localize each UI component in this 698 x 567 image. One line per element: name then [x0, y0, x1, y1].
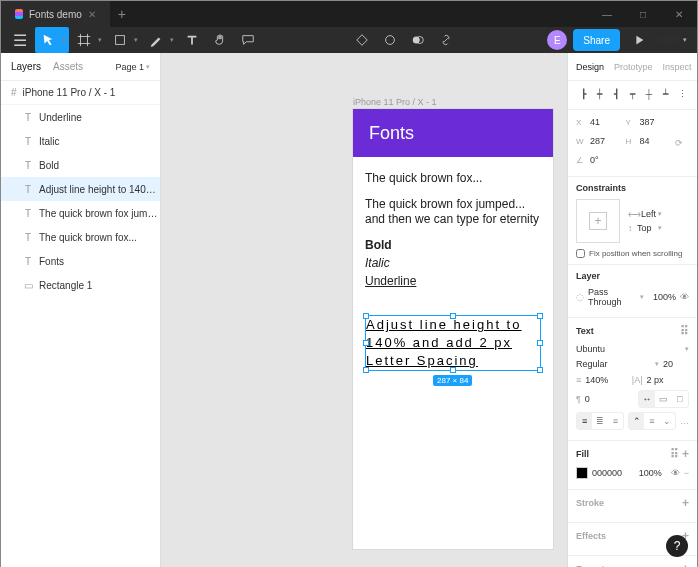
close-tab-icon[interactable]: ✕	[88, 9, 96, 20]
fill-hex-input[interactable]	[592, 467, 635, 479]
link-tool[interactable]	[433, 27, 459, 53]
text-align-right-icon[interactable]: ≡	[608, 413, 623, 429]
visibility-icon[interactable]: 👁	[680, 292, 689, 302]
page-selector[interactable]: Page 1	[115, 62, 150, 72]
handle-br[interactable]	[537, 367, 543, 373]
text-line1[interactable]: The quick brown fox...	[365, 171, 541, 187]
text-tool[interactable]	[179, 27, 205, 53]
window-maximize-button[interactable]: □	[625, 1, 661, 27]
text-valign-mid-icon[interactable]: ≡	[644, 413, 659, 429]
remove-fill-icon[interactable]: −	[684, 468, 689, 478]
layer-item[interactable]: TThe quick brown fox...	[1, 225, 160, 249]
selected-text-layer[interactable]: Adjust line height to 140% and add 2 px …	[366, 316, 540, 371]
font-weight-dropdown[interactable]: Regular	[576, 359, 659, 369]
present-button[interactable]	[626, 27, 652, 53]
handle-mr[interactable]	[537, 340, 543, 346]
constraint-widget[interactable]: +	[576, 199, 620, 243]
comment-tool[interactable]	[235, 27, 261, 53]
tab-layers[interactable]: Layers	[11, 61, 41, 72]
layer-item[interactable]: TFonts	[1, 249, 160, 273]
window-minimize-button[interactable]: —	[589, 1, 625, 27]
x-input[interactable]	[590, 116, 622, 128]
handle-mb[interactable]	[450, 367, 456, 373]
share-button[interactable]: Share	[573, 29, 620, 51]
text-options-icon[interactable]: …	[680, 416, 689, 426]
w-input[interactable]	[590, 135, 622, 147]
fill-visibility-icon[interactable]: 👁	[671, 468, 680, 478]
align-vcenter-icon[interactable]: ┼	[642, 87, 656, 101]
constraint-h-dropdown[interactable]: ⟷ Left	[628, 209, 662, 219]
tab-inspect[interactable]: Inspect	[663, 62, 692, 72]
align-left-icon[interactable]: ┣	[576, 87, 590, 101]
layer-item[interactable]: TUnderline	[1, 105, 160, 129]
text-paragraph[interactable]: The quick brown fox jumped... and then w…	[365, 197, 541, 228]
autowidth-icon[interactable]: ↔	[639, 391, 655, 407]
fill-style-icon[interactable]: ⠿	[670, 447, 679, 461]
tab-design[interactable]: Design	[576, 62, 604, 72]
tab-prototype[interactable]: Prototype	[614, 62, 653, 72]
text-italic[interactable]: Italic	[365, 256, 541, 270]
handle-tl[interactable]	[363, 313, 369, 319]
mask-tool[interactable]	[377, 27, 403, 53]
distribute-icon[interactable]: ⋮	[675, 87, 689, 101]
add-export-icon[interactable]: +	[682, 562, 689, 567]
text-underline[interactable]: Underline	[365, 274, 416, 288]
text-align-center-icon[interactable]: ≣	[592, 413, 607, 429]
layer-item[interactable]: TItalic	[1, 129, 160, 153]
layer-item[interactable]: TBold	[1, 153, 160, 177]
zoom-dropdown[interactable]: 100%	[654, 35, 691, 45]
blend-dropdown[interactable]: Pass Through	[588, 287, 644, 307]
pen-tool[interactable]	[143, 27, 177, 53]
canvas[interactable]: iPhone 11 Pro / X - 1 Fonts The quick br…	[161, 53, 567, 567]
layer-item[interactable]: TThe quick brown fox jumped......	[1, 201, 160, 225]
font-size-input[interactable]	[663, 358, 689, 370]
align-top-icon[interactable]: ┯	[626, 87, 640, 101]
selection-box[interactable]: Adjust line height to 140% and add 2 px …	[365, 315, 541, 371]
window-close-button[interactable]: ✕	[661, 1, 697, 27]
text-bold[interactable]: Bold	[365, 238, 541, 252]
menu-button[interactable]: ☰	[7, 27, 33, 53]
move-tool[interactable]	[35, 27, 69, 53]
handle-mt[interactable]	[450, 313, 456, 319]
font-family-dropdown[interactable]: Ubuntu	[576, 344, 689, 354]
add-fill-icon[interactable]: +	[682, 447, 689, 461]
autoheight-icon[interactable]: ▭	[655, 391, 671, 407]
new-tab-button[interactable]: +	[110, 6, 134, 22]
text-valign-top-icon[interactable]: ⌃	[629, 413, 644, 429]
letter-spacing-input[interactable]	[646, 374, 689, 386]
layer-item[interactable]: ▭Rectangle 1	[1, 273, 160, 297]
file-tab[interactable]: Fonts demo ✕	[1, 1, 110, 27]
rotation-input[interactable]	[590, 154, 671, 166]
fill-swatch[interactable]	[576, 467, 588, 479]
text-style-icon[interactable]: ⠿	[680, 324, 689, 338]
opacity-input[interactable]	[648, 291, 676, 303]
fix-scroll-checkbox[interactable]	[576, 249, 585, 258]
help-button[interactable]: ?	[666, 535, 688, 557]
line-height-input[interactable]	[585, 374, 628, 386]
canvas-frame-label[interactable]: iPhone 11 Pro / X - 1	[353, 97, 437, 107]
frame-tool[interactable]	[71, 27, 105, 53]
align-right-icon[interactable]: ┫	[609, 87, 623, 101]
handle-ml[interactable]	[363, 340, 369, 346]
h-input[interactable]	[640, 135, 672, 147]
add-stroke-icon[interactable]: +	[682, 496, 689, 510]
fill-opacity-input[interactable]	[639, 467, 667, 479]
align-bottom-icon[interactable]: ┷	[659, 87, 673, 101]
constraint-v-dropdown[interactable]: ↕ Top	[628, 223, 662, 233]
hand-tool[interactable]	[207, 27, 233, 53]
user-avatar[interactable]: E	[547, 30, 567, 50]
y-input[interactable]	[640, 116, 672, 128]
boolean-tool[interactable]	[405, 27, 431, 53]
link-wh-icon[interactable]: ⟳	[675, 138, 689, 148]
tab-assets[interactable]: Assets	[53, 61, 83, 72]
handle-bl[interactable]	[363, 367, 369, 373]
shape-tool[interactable]	[107, 27, 141, 53]
layer-frame-row[interactable]: # iPhone 11 Pro / X - 1	[1, 81, 160, 105]
paragraph-input[interactable]	[585, 393, 634, 405]
component-tool[interactable]	[349, 27, 375, 53]
fixedsize-icon[interactable]: □	[672, 391, 688, 407]
align-hcenter-icon[interactable]: ┿	[593, 87, 607, 101]
handle-tr[interactable]	[537, 313, 543, 319]
text-align-left-icon[interactable]: ≡	[577, 413, 592, 429]
text-valign-bot-icon[interactable]: ⌄	[660, 413, 675, 429]
